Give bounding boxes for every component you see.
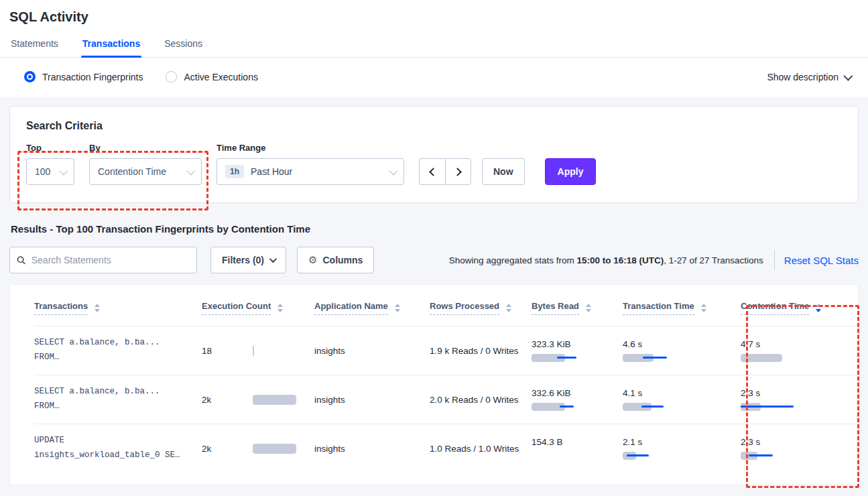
column-header-application-name[interactable]: Application Name — [314, 301, 430, 326]
filters-button-label: Filters (0) — [222, 255, 264, 265]
sort-icon — [701, 304, 706, 312]
contention-time-cell: 2.3 s — [741, 437, 841, 460]
execution-count-cell: 18 — [202, 346, 314, 356]
chevron-right-icon — [453, 168, 462, 176]
contention-time-bar — [741, 451, 796, 460]
radio-transaction-fingerprints[interactable]: Transaction Fingerprints — [24, 71, 143, 82]
search-criteria-card: Search Criteria Top 100 By Contention Ti… — [9, 106, 859, 203]
divider — [774, 250, 775, 270]
show-description-label: Show description — [767, 72, 839, 82]
transaction-time-bar — [623, 353, 678, 363]
search-statements-box — [9, 247, 197, 273]
rows-processed-cell: 1.0 Reads / 1.0 Writes — [430, 444, 532, 454]
transaction-statement-link[interactable]: SELECT a.balance, b.ba... FROM… — [34, 336, 202, 365]
columns-button-label: Columns — [322, 255, 363, 265]
sort-icon — [586, 304, 591, 312]
columns-button[interactable]: ⚙ Columns — [297, 247, 374, 273]
chevron-left-icon — [429, 168, 438, 176]
application-name-cell: insights — [314, 444, 430, 454]
page-header: SQL Activity Statements Transactions Ses… — [0, 0, 868, 97]
application-name-cell: insights — [314, 346, 430, 356]
tab-transactions[interactable]: Transactions — [81, 32, 141, 57]
search-criteria-title: Search Criteria — [26, 120, 842, 132]
tab-sessions[interactable]: Sessions — [163, 32, 204, 57]
radio-selected-icon — [24, 71, 36, 82]
search-statements-input[interactable] — [32, 255, 190, 265]
time-nav-group — [419, 158, 471, 185]
chevron-down-icon — [269, 255, 277, 263]
contention-time-bar — [741, 402, 796, 412]
chevron-down-icon — [389, 166, 398, 175]
column-header-rows-processed[interactable]: Rows Processed — [430, 301, 532, 326]
column-header-bytes-read[interactable]: Bytes Read — [532, 301, 623, 326]
filters-button[interactable]: Filters (0) — [210, 247, 286, 273]
transaction-statement-link[interactable]: SELECT a.balance, b.ba... FROM… — [34, 385, 202, 414]
application-name-cell: insights — [314, 395, 430, 405]
top-field: Top 100 — [26, 143, 74, 185]
chevron-down-icon — [187, 166, 196, 175]
sort-icon-active-desc — [816, 304, 821, 312]
time-next-button[interactable] — [445, 158, 471, 185]
column-header-transactions[interactable]: Transactions — [34, 301, 202, 326]
now-button[interactable]: Now — [482, 158, 525, 185]
by-select-value: Contention Time — [98, 166, 166, 177]
time-prev-button[interactable] — [419, 158, 445, 185]
contention-time-cell: 2.3 s — [741, 388, 841, 412]
results-toolbar: Filters (0) ⚙ Columns Showing aggregated… — [9, 247, 859, 273]
top-select-value: 100 — [35, 166, 50, 177]
transaction-time-bar — [623, 402, 678, 412]
execution-count-bar — [253, 395, 308, 405]
time-range-label: Time Range — [216, 143, 404, 153]
reset-sql-stats-link[interactable]: Reset SQL Stats — [784, 255, 859, 266]
bytes-read-cell: 332.6 KiB — [532, 388, 623, 412]
main-content: Search Criteria Top 100 By Contention Ti… — [0, 97, 868, 485]
apply-button[interactable]: Apply — [545, 158, 597, 185]
bytes-read-bar — [532, 353, 586, 363]
transaction-time-cell: 2.1 s — [623, 437, 741, 460]
bytes-read-cell: 323.3 KiB — [532, 339, 623, 363]
column-header-contention-time[interactable]: Contention Time — [741, 301, 841, 326]
time-range-field: Time Range 1h Past Hour — [216, 143, 404, 185]
time-range-select[interactable]: 1h Past Hour — [216, 158, 404, 185]
chevron-down-icon — [843, 71, 853, 80]
radio-active-executions[interactable]: Active Executions — [166, 71, 258, 82]
search-icon — [17, 255, 26, 265]
rows-processed-cell: 2.0 k Reads / 0 Writes — [430, 395, 532, 405]
radio-unselected-icon — [166, 71, 177, 82]
table-header-row: Transactions Execution Count Application… — [34, 285, 858, 326]
table-row: SELECT a.balance, b.ba... FROM… 18 insig… — [34, 326, 858, 375]
top-select[interactable]: 100 — [26, 158, 74, 185]
by-label: By — [89, 143, 202, 153]
page-title: SQL Activity — [9, 9, 857, 25]
column-header-execution-count[interactable]: Execution Count — [202, 301, 314, 326]
column-header-transaction-time[interactable]: Transaction Time — [623, 301, 741, 326]
table-row: SELECT a.balance, b.ba... FROM… 2k insig… — [34, 375, 858, 424]
tab-statements[interactable]: Statements — [9, 32, 60, 57]
contention-time-cell: 4.7 s — [741, 339, 841, 363]
tab-bar: Statements Transactions Sessions — [0, 32, 868, 58]
sort-icon — [506, 304, 511, 312]
bytes-read-bar — [532, 402, 586, 412]
sort-icon — [95, 304, 100, 312]
top-label: Top — [26, 143, 74, 153]
contention-time-bar — [741, 353, 796, 363]
results-heading: Results - Top 100 Transaction Fingerprin… — [11, 223, 857, 235]
show-description-toggle[interactable]: Show description — [767, 72, 851, 82]
execution-count-bar — [253, 346, 308, 356]
view-toggle-bar: Transaction Fingerprints Active Executio… — [0, 58, 868, 97]
stats-time-range: 15:00 to 16:18 (UTC) — [576, 255, 664, 265]
radio-transaction-fingerprints-label: Transaction Fingerprints — [42, 72, 143, 82]
sort-icon — [277, 304, 283, 312]
bytes-read-cell: 154.3 B — [532, 437, 623, 460]
transaction-statement-link[interactable]: UPDATE insights_workload_table_0 SE… — [34, 434, 202, 463]
transaction-time-cell: 4.1 s — [623, 388, 741, 412]
by-select[interactable]: Contention Time — [89, 158, 202, 185]
table-row: UPDATE insights_workload_table_0 SE… 2k … — [34, 424, 858, 473]
execution-count-bar — [253, 444, 308, 454]
sort-icon — [395, 304, 400, 312]
time-range-badge: 1h — [225, 165, 244, 178]
by-field: By Contention Time — [89, 143, 202, 185]
execution-count-cell: 2k — [202, 395, 314, 405]
chevron-down-icon — [60, 166, 68, 175]
transaction-time-cell: 4.6 s — [623, 339, 741, 363]
